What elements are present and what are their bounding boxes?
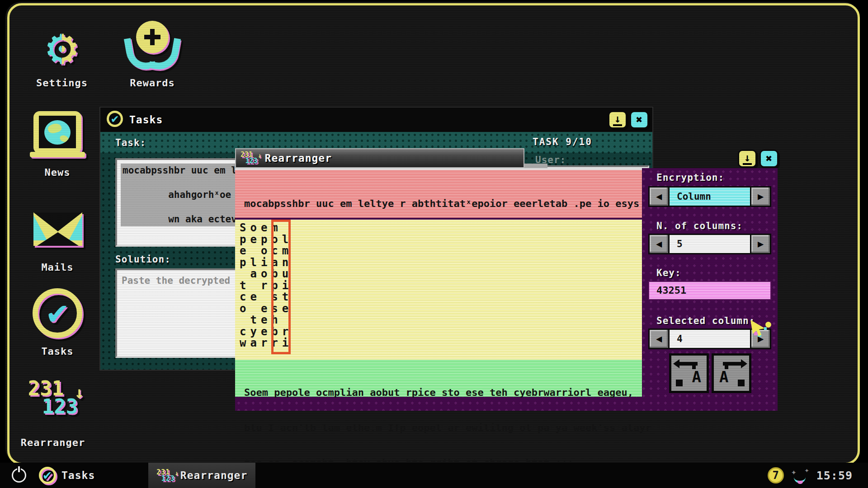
- move-letter-right-button[interactable]: A: [712, 353, 751, 393]
- tasks-clock-icon: ✔: [24, 286, 91, 342]
- spin-right-button[interactable]: ▶: [750, 328, 771, 349]
- decrypted-line: btu I acn'tb lam ethe.m Ifp eopel ar ewi…: [240, 422, 642, 434]
- rearranger-numbers-icon: 231 ↓ 123: [156, 469, 175, 482]
- desktop-icon-rearranger[interactable]: 231 ↓ 123 Rearranger: [19, 376, 87, 448]
- columns-label: N. of columns:: [656, 221, 743, 231]
- taskbar-item-rearranger[interactable]: 231 ↓ 123 Rearranger: [148, 463, 255, 488]
- decrypted-text-panel: Soem pepole ocmplian aobut rpice sto ese…: [235, 360, 642, 397]
- rearranger-numbers-icon: 231 ↓ 123: [241, 151, 258, 165]
- game-desktop: ⚙ ⚙ Settings Rewards News Mails ✔ Tasks …: [0, 0, 868, 488]
- desktop-icon-rewards[interactable]: Rewards: [118, 20, 186, 89]
- spin-left-button[interactable]: ◀: [648, 234, 670, 254]
- tasks-clock-icon: ✔: [39, 467, 56, 484]
- desktop-icon-news[interactable]: News: [24, 109, 91, 178]
- taskbar-item-label: Rearranger: [180, 470, 247, 481]
- system-tray: 7 ✦ ✦ 15:59: [768, 466, 868, 484]
- minimize-button[interactable]: ↓: [608, 111, 627, 129]
- spin-left-button[interactable]: ◀: [648, 186, 670, 207]
- icon-label: Settings: [28, 78, 96, 89]
- taskbar-item-label: Tasks: [61, 470, 95, 481]
- news-tv-icon: [24, 109, 91, 163]
- desktop-icon-settings[interactable]: ⚙ ⚙ Settings: [28, 20, 96, 89]
- encrypted-text-panel: mocabpsshbr uuc em leltye r abthtitatˣep…: [235, 168, 642, 218]
- columns-spinner: ◀ 5 ▶: [648, 234, 771, 254]
- task-label: Task:: [115, 138, 146, 148]
- window-title: Rearranger: [265, 153, 332, 164]
- solution-placeholder: Paste the decrypted: [122, 275, 230, 286]
- controls-panel: Encryption: ◀ Column ▶ N. of columns: ◀ …: [642, 168, 778, 411]
- tasks-clock-icon: ✔: [107, 111, 123, 129]
- rearranger-numbers-icon: 231 ↓ 123: [19, 376, 87, 433]
- move-letter-left-button[interactable]: A: [669, 353, 709, 393]
- sparkle-tray-icon[interactable]: ✦ ✦: [791, 466, 809, 484]
- minimize-button[interactable]: ↓: [738, 150, 757, 168]
- encryption-spinner: ◀ Column ▶: [648, 186, 771, 207]
- mail-envelope-icon: [24, 204, 91, 258]
- window-title: Tasks: [129, 115, 163, 125]
- columns-value[interactable]: 5: [670, 234, 750, 254]
- taskbar: ✔ Tasks 231 ↓ 123 Rearranger 7 ✦ ✦ 15:59: [0, 463, 868, 488]
- rearranger-window-body: mocabpsshbr uuc em leltye r abthtitatˣep…: [235, 168, 778, 411]
- rearranger-window-titlebar[interactable]: 231 ↓ 123 Rearranger: [235, 148, 524, 168]
- power-button[interactable]: [12, 468, 26, 483]
- encryption-label: Encryption:: [656, 173, 724, 183]
- selected-column-label: Selected column:: [656, 316, 755, 326]
- column-grid-panel[interactable]: Soem pepol e ocm plian aobu t rpi ce st …: [235, 220, 642, 360]
- settings-gear-icon: ⚙ ⚙: [28, 20, 96, 73]
- spin-right-button[interactable]: ▶: [750, 234, 771, 254]
- desktop-icon-mails[interactable]: Mails: [24, 204, 91, 273]
- key-field[interactable]: 43251: [648, 281, 771, 300]
- spin-left-button[interactable]: ◀: [648, 328, 670, 349]
- decrypted-line: Soem pepole ocmplian aobut rpice sto ese…: [240, 387, 642, 399]
- selected-column-highlight: [271, 220, 291, 354]
- selected-column-spinner: ◀ 4 ▶: [648, 328, 771, 349]
- rearranger-window: 231 ↓ 123 Rearranger ↓ ✖ mocabpsshbr uuc…: [235, 148, 778, 411]
- taskbar-clock: 15:59: [816, 470, 853, 481]
- close-button[interactable]: ✖: [760, 150, 778, 168]
- selected-column-value[interactable]: 4: [670, 328, 750, 349]
- icon-label: News: [24, 167, 91, 178]
- icon-label: Tasks: [24, 346, 91, 357]
- coin-counter[interactable]: 7: [768, 467, 784, 483]
- tasks-window-titlebar[interactable]: ✔ Tasks ↓ ✖: [100, 108, 652, 132]
- desktop-icon-tasks[interactable]: ✔ Tasks: [24, 286, 91, 357]
- task-counter: TASK 9/10: [533, 137, 592, 147]
- close-button[interactable]: ✖: [630, 111, 649, 129]
- encrypted-line: mocabpsshbr uuc em leltye r abthtitatˣep…: [240, 198, 642, 210]
- rewards-hands-icon: [118, 20, 186, 73]
- spin-right-button[interactable]: ▶: [750, 186, 771, 207]
- key-label: Key:: [656, 268, 681, 278]
- taskbar-item-tasks[interactable]: ✔ Tasks: [31, 463, 103, 488]
- icon-label: Rearranger: [19, 437, 87, 448]
- icon-label: Mails: [24, 262, 91, 273]
- solution-label: Solution:: [115, 255, 171, 264]
- icon-label: Rewards: [118, 78, 186, 89]
- encryption-value[interactable]: Column: [670, 186, 750, 207]
